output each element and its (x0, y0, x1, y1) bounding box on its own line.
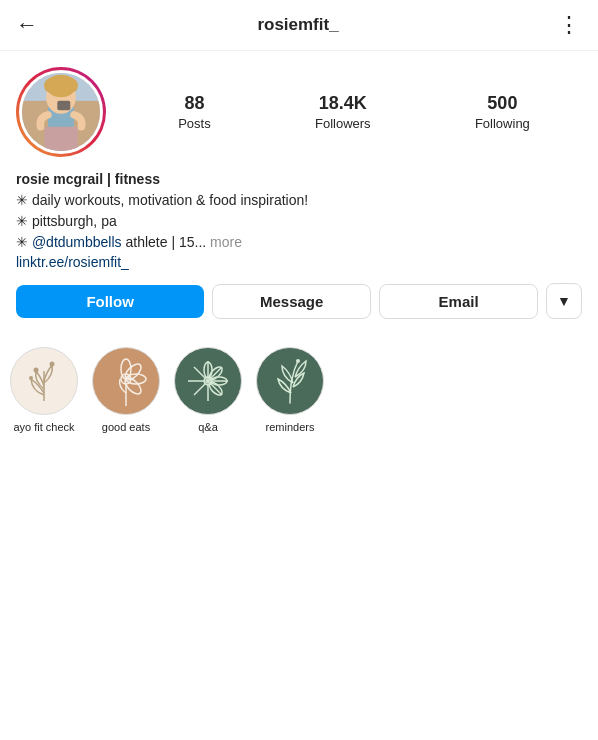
highlight-icon-2 (96, 351, 156, 411)
avatar (19, 70, 103, 154)
back-button[interactable]: ← (16, 12, 38, 38)
followers-label: Followers (315, 116, 371, 131)
follow-button[interactable]: Follow (16, 285, 204, 318)
svg-rect-3 (44, 127, 77, 151)
svg-point-26 (296, 359, 300, 363)
dropdown-button[interactable]: ▼ (546, 283, 582, 319)
following-label: Following (475, 116, 530, 131)
stat-following[interactable]: 500 Following (475, 93, 530, 131)
posts-count: 88 (184, 93, 204, 114)
bio-line2: ✳ pittsburgh, pa (16, 211, 582, 232)
highlight-item-4[interactable]: reminders (256, 347, 324, 433)
header: ← rosiemfit_ ⋮ (0, 0, 598, 51)
svg-point-10 (29, 376, 33, 380)
stat-followers[interactable]: 18.4K Followers (315, 93, 371, 131)
highlight-circle-1 (10, 347, 78, 415)
highlight-label-1: ayo fit check (13, 421, 74, 433)
more-options-button[interactable]: ⋮ (558, 12, 582, 38)
following-count: 500 (487, 93, 517, 114)
bio-line3: ✳ @dtdumbbells athlete | 15... more (16, 232, 582, 253)
bio-line3-suffix: athlete | 15... (122, 234, 207, 250)
action-row: Follow Message Email ▼ (16, 283, 582, 319)
highlight-label-2: good eats (102, 421, 150, 433)
bio-more[interactable]: more (206, 234, 242, 250)
bio-link[interactable]: linktr.ee/rosiemfit_ (16, 254, 129, 270)
stat-posts[interactable]: 88 Posts (178, 93, 211, 131)
highlight-circle-4 (256, 347, 324, 415)
bio-section: rosie mcgrail | fitness ✳ daily workouts… (16, 171, 582, 271)
profile-top: 88 Posts 18.4K Followers 500 Following (16, 67, 582, 157)
svg-point-8 (34, 368, 39, 373)
highlight-circle-2 (92, 347, 160, 415)
avatar-ring[interactable] (16, 67, 106, 157)
profile-photo (22, 70, 100, 154)
highlight-icon-3 (178, 351, 238, 411)
highlight-item-1[interactable]: ayo fit check (10, 347, 78, 433)
highlight-icon-1 (14, 351, 74, 411)
bio-line3-prefix: ✳ (16, 234, 32, 250)
followers-count: 18.4K (319, 93, 367, 114)
message-button[interactable]: Message (212, 284, 371, 319)
svg-rect-6 (57, 101, 70, 110)
svg-point-9 (50, 362, 55, 367)
highlight-label-4: reminders (266, 421, 315, 433)
email-button[interactable]: Email (379, 284, 538, 319)
stats-row: 88 Posts 18.4K Followers 500 Following (126, 93, 582, 131)
highlight-item-2[interactable]: good eats (92, 347, 160, 433)
bio-mention[interactable]: @dtdumbbells (32, 234, 122, 250)
highlights-section: ayo fit check good eats (0, 347, 598, 449)
posts-label: Posts (178, 116, 211, 131)
highlight-icon-4 (260, 351, 320, 411)
header-username: rosiemfit_ (257, 15, 338, 35)
profile-section: 88 Posts 18.4K Followers 500 Following r… (0, 51, 598, 347)
bio-line1: ✳ daily workouts, motivation & food insp… (16, 190, 582, 211)
highlight-item-3[interactable]: q&a (174, 347, 242, 433)
highlight-circle-3 (174, 347, 242, 415)
highlight-label-3: q&a (198, 421, 218, 433)
bio-name: rosie mcgrail | fitness (16, 171, 582, 187)
